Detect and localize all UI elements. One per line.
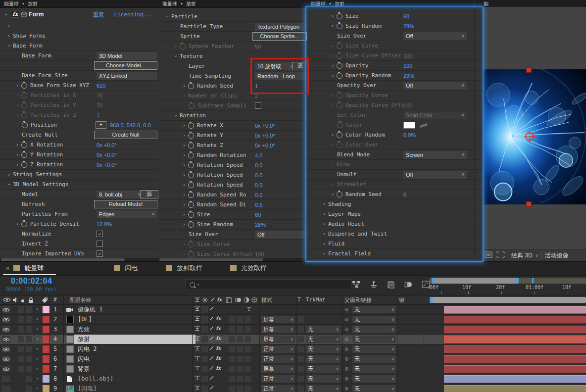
solo-toggle[interactable] [18, 366, 24, 372]
value-random-seed[interactable]: 1 [255, 83, 258, 89]
camera-options-icon[interactable] [246, 306, 252, 313]
expander-icon[interactable]: › [329, 13, 337, 19]
pickwhip-spiral-icon[interactable]: ◎ [345, 375, 348, 382]
quality-icon[interactable] [209, 365, 214, 372]
button-choose-model[interactable]: Choose Model... [94, 61, 157, 70]
value-random-rotation[interactable]: 4.0 [255, 152, 262, 158]
parent-dropdown[interactable]: 无∨ [352, 326, 396, 333]
value-rotate-y[interactable]: 0x +0.0° [255, 133, 275, 139]
value-opacity-random[interactable]: 23% [403, 73, 414, 79]
expander-icon[interactable]: › [329, 191, 337, 197]
stopwatch-icon[interactable] [188, 251, 194, 257]
navigator-handle-left[interactable] [432, 278, 435, 284]
expander-icon[interactable]: › [180, 251, 188, 257]
switch-box[interactable] [229, 336, 235, 343]
mode-dropdown[interactable]: 正常∨ [261, 375, 295, 383]
solo-toggle[interactable] [18, 346, 24, 352]
switch-box[interactable] [237, 376, 243, 382]
switch-box[interactable] [237, 386, 243, 392]
lock-toggle[interactable] [26, 316, 32, 323]
expander-icon[interactable]: › [320, 231, 328, 237]
layer-name[interactable]: 摄像机 1 [74, 305, 195, 314]
dropdown-base-form[interactable]: 3D Model [97, 52, 157, 60]
lock-toggle[interactable] [26, 306, 32, 313]
expander-icon[interactable]: › [180, 182, 188, 188]
eyedropper-icon[interactable] [420, 123, 428, 128]
expander-icon[interactable]: › [13, 142, 21, 148]
expander-icon[interactable]: › [5, 23, 13, 29]
layer-duration-bar[interactable] [444, 355, 586, 363]
stopwatch-icon[interactable] [188, 182, 194, 188]
video-toggle-on[interactable] [2, 336, 10, 343]
stopwatch-icon[interactable] [337, 23, 342, 29]
scrollbar-track[interactable] [474, 0, 475, 261]
value-rotation-speed[interactable]: 0.0 [255, 172, 262, 178]
quality-icon[interactable] [209, 375, 214, 382]
preserve-transparency-toggle[interactable] [297, 316, 304, 323]
expander-icon[interactable]: › [180, 162, 188, 168]
quality-icon[interactable] [209, 306, 214, 313]
stopwatch-icon[interactable] [21, 112, 27, 118]
label-color-swatch[interactable] [43, 316, 50, 323]
work-area-handle[interactable] [430, 297, 433, 303]
value-rotation-speed[interactable]: 0.0 [255, 182, 262, 188]
value-rotate-x[interactable]: 0x +0.0° [255, 123, 275, 129]
column-mode[interactable]: 模式 [261, 296, 272, 304]
stopwatch-icon[interactable] [21, 83, 27, 89]
stopwatch-icon[interactable] [337, 142, 342, 148]
av-shy-icon[interactable] [194, 316, 200, 323]
dropdown-set-color[interactable]: Solid Color∨ [403, 111, 467, 119]
dropdown-size-over[interactable]: Off∨ [403, 32, 467, 40]
switch-box[interactable] [244, 376, 251, 382]
speaker-icon[interactable] [12, 297, 18, 304]
layer-expander-icon[interactable]: › [36, 336, 39, 342]
layer-name[interactable]: 闪电 [74, 354, 195, 364]
chevron-down-icon[interactable]: › [3, 10, 9, 18]
expander-icon[interactable]: › [180, 241, 188, 247]
stopwatch-icon[interactable] [337, 43, 342, 49]
solo-toggle[interactable] [18, 316, 24, 323]
switch-box[interactable] [244, 356, 251, 362]
av-shy-icon[interactable] [194, 336, 200, 343]
dropdown-opacity-over[interactable]: Off∨ [403, 82, 467, 90]
trkmat-dropdown[interactable]: 无∨ [306, 336, 341, 343]
stopwatch-icon[interactable] [188, 202, 194, 208]
stopwatch-icon[interactable] [188, 83, 194, 89]
panel-tab-right[interactable]: 能量球 • 放射 [307, 0, 483, 8]
pickwhip-spiral-icon[interactable]: ◎ [345, 365, 348, 372]
effects-fx-icon[interactable]: fx [216, 365, 221, 371]
switch-box[interactable] [201, 366, 208, 372]
value-random-speed-di[interactable]: 0.5 [255, 202, 262, 208]
pickwhip-spiral-icon[interactable]: ◎ [345, 345, 348, 352]
stopwatch-icon[interactable] [189, 103, 195, 109]
quality-icon[interactable] [209, 345, 214, 352]
switch-box[interactable] [229, 326, 235, 333]
switch-box[interactable] [237, 356, 243, 362]
stopwatch-icon[interactable] [337, 102, 342, 108]
stopwatch-icon[interactable] [188, 222, 194, 228]
layer-expander-icon[interactable]: › [36, 316, 39, 322]
horizontal-scrollbar[interactable] [0, 258, 158, 261]
expander-icon[interactable]: › [180, 152, 188, 158]
preserve-transparency-toggle[interactable] [297, 386, 304, 392]
switch-box[interactable] [237, 326, 243, 333]
mode-dropdown[interactable]: 屏幕∨ [261, 316, 295, 323]
switch-box[interactable] [201, 326, 208, 333]
label-color-swatch[interactable] [43, 306, 50, 313]
trkmat-dropdown[interactable]: 无∨ [306, 375, 341, 383]
reset-link[interactable]: 重置 [93, 11, 104, 18]
column-trkmat[interactable]: TrkMat [306, 296, 326, 303]
stopwatch-icon[interactable] [21, 93, 27, 98]
close-icon[interactable]: × [6, 265, 9, 272]
expander-icon[interactable]: › [329, 62, 337, 69]
dropdown-model[interactable]: 8. boll.obj∨ [97, 191, 143, 198]
label-color-swatch[interactable] [43, 326, 50, 333]
pickwhip-spiral-icon[interactable]: ◎ [345, 316, 348, 322]
expander-icon[interactable]: › [329, 52, 337, 59]
expander-icon[interactable]: › [329, 181, 337, 188]
av-shy-icon[interactable] [194, 375, 200, 383]
button-create-null[interactable]: Create Null [94, 131, 157, 139]
stopwatch-icon[interactable] [188, 133, 194, 139]
fx-badge-icon[interactable]: fx [11, 11, 19, 18]
parent-dropdown[interactable]: 无∨ [352, 306, 396, 313]
